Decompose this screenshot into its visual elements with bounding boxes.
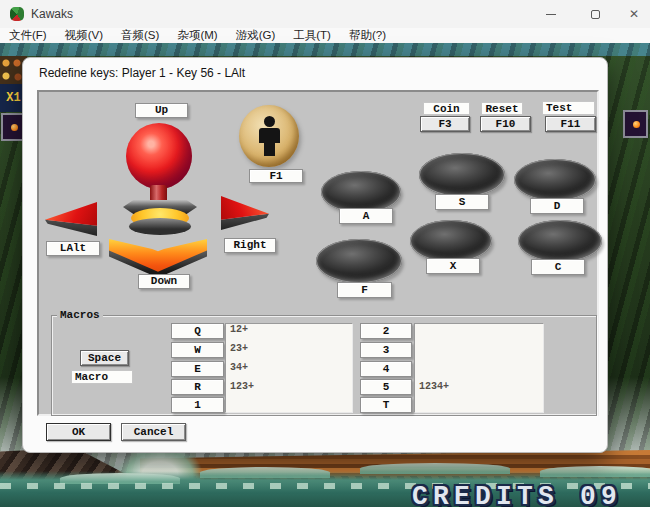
wave-crest	[540, 466, 650, 477]
key-button1[interactable]: A	[339, 208, 393, 224]
maximize-icon	[591, 10, 600, 19]
item-dot-icon	[633, 121, 640, 128]
key-up-button[interactable]: Up	[135, 103, 188, 118]
macro-name-field[interactable]: Macro	[71, 370, 133, 384]
minimize-icon	[546, 14, 556, 15]
kawaks-logo-icon	[10, 7, 24, 21]
arcade-pad-button5[interactable]	[410, 220, 492, 262]
arcade-pad-button2[interactable]	[419, 153, 505, 197]
dialog-title: Redefine keys: Player 1 - Key 56 - LAlt	[39, 66, 245, 80]
macro-key-1[interactable]: 1	[171, 397, 224, 413]
macro-entry: 34+	[226, 362, 352, 381]
key-button3[interactable]: D	[530, 198, 584, 214]
macro-key-r[interactable]: R	[171, 379, 224, 395]
item-dot-icon	[11, 124, 18, 131]
macro-key-w[interactable]: W	[171, 342, 224, 358]
credits-counter: CREDITS 09	[412, 481, 622, 507]
key-button4[interactable]: F	[337, 282, 392, 298]
hud-item-box-right	[623, 110, 648, 138]
coin-label: Coin	[423, 102, 470, 115]
macro-list-left[interactable]: 12+ 23+ 34+ 123+	[225, 323, 353, 413]
close-button[interactable]: ✕	[621, 3, 647, 25]
arcade-pad-button3[interactable]	[514, 159, 596, 201]
macro-entry	[415, 343, 543, 362]
key-button6[interactable]: C	[531, 259, 585, 275]
macro-entry	[415, 324, 543, 343]
redefine-keys-dialog: Redefine keys: Player 1 - Key 56 - LAlt …	[22, 57, 608, 453]
menu-bar: 文件(F) 视频(V) 音频(S) 杂项(M) 游戏(G) 工具(T) 帮助(?…	[0, 28, 650, 43]
macro-list-right[interactable]: 1234+	[414, 323, 544, 413]
macro-entry: 123+	[226, 381, 352, 400]
minimize-button[interactable]	[538, 3, 564, 25]
menu-tools[interactable]: 工具(T)	[284, 28, 340, 43]
player-figure-torso	[259, 128, 280, 143]
macros-legend: Macros	[57, 309, 103, 321]
macro-entry: 1234+	[415, 381, 543, 400]
wave-crest	[200, 467, 330, 478]
menu-file[interactable]: 文件(F)	[0, 28, 56, 43]
player-figure-head	[264, 116, 275, 127]
macro-key-3[interactable]: 3	[360, 342, 412, 358]
menu-misc[interactable]: 杂项(M)	[168, 28, 226, 43]
ok-button[interactable]: OK	[46, 423, 111, 441]
left-arrow-icon[interactable]	[45, 202, 97, 236]
reset-label: Reset	[481, 102, 523, 115]
cancel-button[interactable]: Cancel	[121, 423, 186, 441]
menu-help[interactable]: 帮助(?)	[340, 28, 395, 43]
macro-key-q[interactable]: Q	[171, 323, 224, 339]
menu-audio[interactable]: 音频(S)	[112, 28, 168, 43]
key-start-button[interactable]: F1	[249, 169, 303, 183]
start-coin-icon[interactable]	[239, 105, 299, 167]
window-title: Kawaks	[31, 7, 73, 21]
key-button5[interactable]: X	[426, 258, 480, 274]
menu-game[interactable]: 游戏(G)	[227, 28, 285, 43]
macro-entry	[415, 400, 543, 413]
joystick-ball	[126, 123, 192, 189]
key-reset-button[interactable]: F10	[480, 116, 531, 132]
test-label: Test	[542, 101, 595, 115]
player-figure-legs	[264, 143, 275, 156]
macro-space-button[interactable]: Space	[80, 350, 129, 366]
key-button2[interactable]: S	[435, 194, 489, 210]
key-test-button[interactable]: F11	[545, 116, 596, 132]
right-arrow-icon[interactable]	[221, 196, 269, 230]
down-arrow-icon[interactable]	[109, 239, 207, 277]
key-left-button[interactable]: LAlt	[46, 241, 100, 256]
key-coin-button[interactable]: F3	[420, 116, 470, 132]
app-window: Kawaks ✕ 文件(F) 视频(V) 音频(S) 杂项(M) 游戏(G) 工…	[0, 0, 650, 507]
key-config-panel: Up LAlt Right Down	[37, 90, 599, 416]
macro-entry: 23+	[226, 343, 352, 362]
macro-key-t[interactable]: T	[360, 397, 412, 413]
arcade-pad-button6[interactable]	[518, 220, 602, 262]
title-bar: Kawaks ✕	[0, 0, 650, 28]
macro-key-4[interactable]: 4	[360, 361, 412, 377]
macro-key-e[interactable]: E	[171, 361, 224, 377]
arcade-pad-button1[interactable]	[321, 171, 401, 213]
macro-entry	[226, 400, 352, 413]
joystick-base-dark	[129, 218, 191, 235]
wave-crest	[360, 463, 510, 474]
key-down-button[interactable]: Down	[138, 274, 190, 289]
macro-entry	[415, 362, 543, 381]
menu-video[interactable]: 视频(V)	[56, 28, 112, 43]
close-icon: ✕	[629, 8, 639, 20]
arcade-pad-button4[interactable]	[316, 239, 402, 283]
maximize-button[interactable]	[582, 3, 608, 25]
macro-key-5[interactable]: 5	[360, 379, 412, 395]
macro-key-2[interactable]: 2	[360, 323, 412, 339]
macro-entry: 12+	[226, 324, 352, 343]
key-right-button[interactable]: Right	[224, 238, 276, 253]
